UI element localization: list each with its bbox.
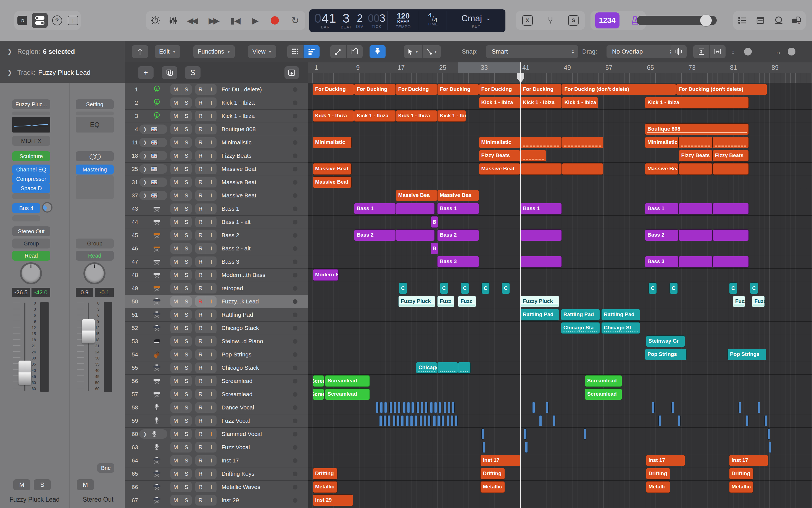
solo-button[interactable]: S <box>181 455 192 466</box>
solo-button[interactable]: S <box>181 495 192 506</box>
strip1-mute-button[interactable]: M <box>13 479 30 490</box>
mixer-icon[interactable] <box>167 14 179 27</box>
record-enable-button[interactable]: R <box>195 376 206 386</box>
strip1-solo-button[interactable]: S <box>34 479 51 490</box>
midi-note-region[interactable] <box>758 402 760 413</box>
record-enable-button[interactable]: R <box>195 124 206 134</box>
region-screamlead[interactable]: Screamlead <box>325 375 370 387</box>
grid-view-button[interactable] <box>287 45 303 58</box>
record-enable-button[interactable]: R <box>195 323 206 333</box>
midi-note-region[interactable] <box>447 415 449 426</box>
midi-note-region[interactable] <box>437 415 440 426</box>
record-enable-button[interactable]: R <box>195 97 206 108</box>
mute-button[interactable]: M <box>170 137 181 148</box>
note-pads-icon[interactable] <box>754 14 767 27</box>
region-kick-1-ibiza[interactable]: Kick 1 - Ibiza <box>562 97 598 109</box>
region-minimalistic[interactable]: Minimalistic <box>313 137 352 148</box>
midi-note-region[interactable] <box>553 415 556 426</box>
midi-note-region[interactable] <box>765 415 767 426</box>
midi-note-region[interactable] <box>452 402 455 413</box>
track-row-4[interactable]: 4❯ M S R IBoutique 808 <box>125 123 308 136</box>
region-minimalistic[interactable]: Minimalistic <box>645 137 679 148</box>
track-row-63[interactable]: 63 M S R IFuzz Vocal <box>125 440 308 454</box>
track-row-47[interactable]: 47 M S R IBass 3 <box>125 255 308 269</box>
mute-button[interactable]: M <box>170 230 181 241</box>
midi-note-region[interactable] <box>444 402 446 413</box>
region-b[interactable]: B <box>431 243 438 254</box>
midi-note-region[interactable] <box>416 402 419 413</box>
region-rattling-pad[interactable]: Rattling Pad <box>561 309 600 321</box>
mute-button[interactable]: M <box>170 402 181 413</box>
strip2-pan-knob[interactable] <box>85 264 104 283</box>
automation-button[interactable] <box>330 45 346 58</box>
input-monitor-button[interactable]: I <box>206 309 216 320</box>
midi-note-region[interactable] <box>546 402 549 413</box>
midi-note-region[interactable] <box>401 415 404 426</box>
edit-menu-button[interactable]: Edit▼ <box>155 45 180 58</box>
record-enable-button[interactable]: R <box>195 495 206 506</box>
region-screamlead[interactable]: Screamlead <box>585 388 622 400</box>
midi-note-region[interactable] <box>441 415 444 426</box>
input-monitor-button[interactable]: I <box>206 482 216 492</box>
lcd-tempo[interactable]: 120 KEEP TEMPO <box>388 9 419 32</box>
record-enable-button[interactable]: R <box>195 204 206 214</box>
strip1-fx-slot-empty[interactable] <box>12 193 50 199</box>
strip2-fader-cap[interactable] <box>82 319 95 343</box>
region-bass-2[interactable]: Bass 2 <box>354 229 396 241</box>
region-pop-strings[interactable]: Pop Strings <box>728 349 766 360</box>
track-name[interactable]: Screamlead <box>221 388 252 401</box>
region-c[interactable]: C <box>649 283 657 294</box>
solo-button[interactable]: S <box>181 177 192 187</box>
input-monitor-button[interactable]: I <box>206 270 216 280</box>
strip1-fx-slot-2[interactable]: Compressor <box>12 174 50 184</box>
mute-button[interactable]: M <box>170 482 181 492</box>
track-name[interactable]: For Du...delete) <box>221 83 262 96</box>
mute-button[interactable]: M <box>170 495 181 506</box>
track-name[interactable]: Fuzzy...k Lead <box>221 295 259 308</box>
region-inst-17[interactable]: Inst 17 <box>646 455 685 466</box>
track-name[interactable]: Chicago Stack <box>221 361 259 374</box>
track-inspector-header[interactable]: ❯ Track: Fuzzy Pluck Lead <box>0 62 125 83</box>
region-drifting[interactable]: Drifting <box>646 468 670 479</box>
midi-note-region[interactable] <box>403 402 406 413</box>
midi-transform-button[interactable] <box>347 45 363 58</box>
solo-button[interactable]: S <box>181 243 192 254</box>
region-unnamed[interactable] <box>713 137 749 148</box>
input-monitor-button[interactable]: I <box>206 177 216 187</box>
mute-button[interactable]: M <box>170 296 181 307</box>
track-row-54[interactable]: 54 M S R IPop Strings <box>125 348 308 362</box>
region-screamlead[interactable]: Screamlead <box>325 388 370 400</box>
mute-button[interactable]: M <box>170 111 181 121</box>
solo-button[interactable]: S <box>181 389 192 399</box>
track-disclosure-pill[interactable]: ❯ <box>139 191 167 200</box>
region-drifting[interactable]: Drifting <box>729 468 754 479</box>
lcd-div[interactable]: 2 DIV <box>354 9 365 32</box>
midi-note-region[interactable] <box>407 402 410 413</box>
bar-ruler[interactable]: 1917253341495765738189 <box>308 62 812 83</box>
region-inspector-header[interactable]: ❯ Region: 6 selected <box>0 41 125 62</box>
track-name[interactable]: Fizzy Beats <box>221 149 252 162</box>
track-name[interactable]: Bass 3 <box>221 255 239 268</box>
arrange-area[interactable]: For DuckingFor DuckingFor DuckingFor Duc… <box>308 83 812 508</box>
region-chicago-sta[interactable]: Chicago Sta <box>561 322 600 334</box>
input-monitor-button[interactable]: I <box>206 336 216 346</box>
lcd-tick[interactable]: 003 TICK <box>366 9 388 32</box>
record-enable-button[interactable]: R <box>195 230 206 241</box>
region-unnamed[interactable] <box>679 203 712 214</box>
mute-button[interactable]: M <box>170 309 181 320</box>
track-disclosure-pill[interactable]: ❯ <box>139 151 167 160</box>
region-massive-beat[interactable]: Massive Beat <box>645 163 679 175</box>
lcd-chevron-icon[interactable]: ⌄ <box>486 15 491 22</box>
input-monitor-button[interactable]: I <box>206 190 216 201</box>
track-name[interactable]: Massive Beat <box>221 189 256 202</box>
track-name[interactable]: Metallic Waves <box>221 480 260 494</box>
record-enable-button[interactable]: R <box>195 256 206 267</box>
track-row-11[interactable]: 11❯ M S R IMinimalistic <box>125 136 308 150</box>
duplicate-track-button[interactable] <box>162 66 177 79</box>
record-enable-button[interactable]: R <box>195 164 206 174</box>
track-row-37[interactable]: 37❯ M S R IMassive Beat <box>125 189 308 202</box>
fast-forward-icon[interactable]: ▶▶ <box>208 16 218 26</box>
region-fuzz[interactable]: Fuzz <box>437 296 454 307</box>
region-bass-2[interactable]: Bass 2 <box>437 229 479 241</box>
track-disclosure-pill[interactable]: ❯ <box>139 429 167 439</box>
